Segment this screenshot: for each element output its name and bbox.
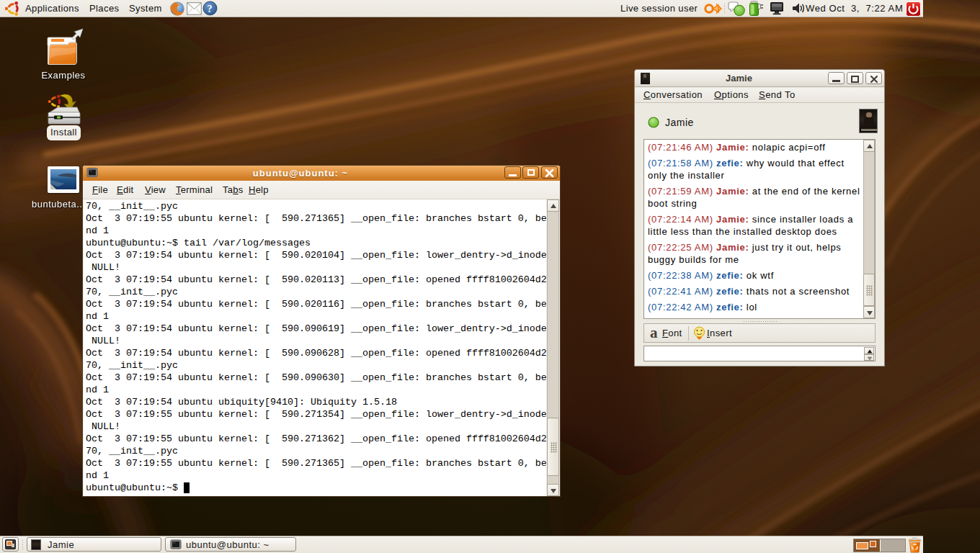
svg-text:?: ? [208, 4, 213, 14]
svg-text:a: a [650, 328, 658, 339]
